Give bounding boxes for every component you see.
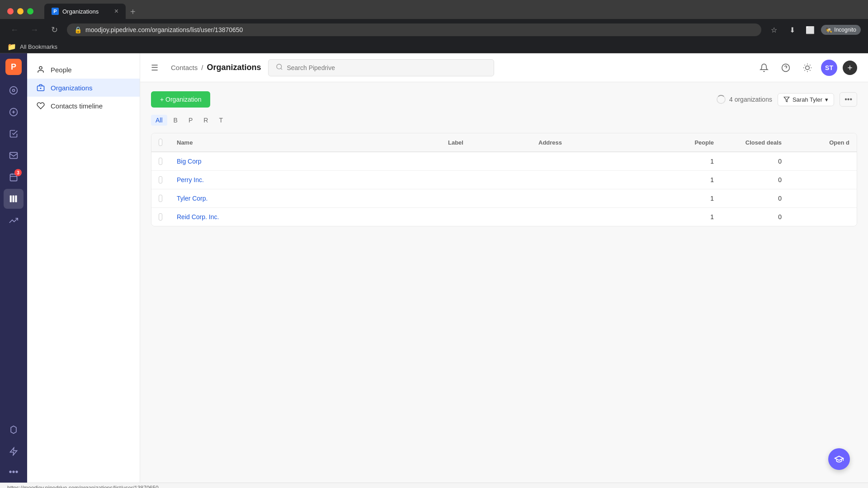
search-input[interactable]: [287, 64, 486, 71]
svg-marker-10: [11, 426, 16, 434]
extensions-button[interactable]: ⬜: [803, 23, 817, 37]
svg-point-12: [39, 66, 42, 69]
sidebar-icon-contacts[interactable]: [4, 189, 24, 209]
org-name-link[interactable]: Tyler Corp.: [177, 195, 208, 202]
table-row: Tyler Corp. 1 0: [151, 189, 857, 208]
name-column-header[interactable]: Name: [170, 133, 441, 151]
org-name-link[interactable]: Perry Inc.: [177, 176, 204, 183]
row-0-open-deals: [789, 152, 857, 170]
status-url: https://moodjoy.pipedrive.com/organizati…: [7, 485, 159, 488]
search-box[interactable]: [268, 59, 494, 76]
row-2-open-deals: [789, 189, 857, 207]
row-1-address: [531, 171, 667, 189]
svg-line-23: [810, 70, 810, 70]
breadcrumb: Contacts / Organizations: [171, 63, 261, 72]
row-3-address: [531, 208, 667, 226]
row-2-checkbox[interactable]: [159, 195, 162, 202]
sidebar-more-button[interactable]: •••: [9, 467, 18, 477]
back-button[interactable]: ←: [7, 23, 22, 37]
sidebar-icon-analytics[interactable]: [4, 211, 24, 230]
calendar-badge: 3: [14, 169, 22, 176]
address-bar[interactable]: 🔒 moodjoy.pipedrive.com/organizations/li…: [67, 23, 761, 36]
search-container: [268, 59, 494, 76]
help-button[interactable]: [778, 60, 794, 76]
nav-item-contacts-timeline[interactable]: Contacts timeline: [27, 97, 140, 115]
maximize-button[interactable]: [27, 8, 33, 14]
more-options-button[interactable]: •••: [840, 92, 857, 107]
row-2-address: [531, 189, 667, 207]
bookmark-button[interactable]: ☆: [767, 23, 781, 37]
sidebar-icon-calendar[interactable]: 3: [4, 167, 24, 187]
row-0-name: Big Corp: [170, 152, 441, 170]
sidebar-icon-integrations[interactable]: [4, 420, 24, 440]
filter-all[interactable]: All: [151, 115, 167, 126]
theme-button[interactable]: [799, 60, 816, 76]
incognito-badge[interactable]: 🕵 Incognito: [821, 25, 861, 35]
add-organization-button[interactable]: + Organization: [151, 91, 210, 108]
window-spacer2: [844, 8, 851, 14]
sidebar-icon-deals[interactable]: [4, 102, 24, 122]
search-icon: [276, 63, 283, 72]
icon-sidebar: P 3 •••: [0, 53, 27, 483]
filter-p[interactable]: P: [184, 115, 197, 126]
bookmarks-icon: 📁: [7, 42, 16, 51]
nav-item-people[interactable]: People: [27, 61, 140, 79]
svg-rect-9: [15, 196, 17, 202]
window-spacer: [835, 8, 841, 14]
minimize-button[interactable]: [17, 8, 24, 14]
incognito-icon: 🕵: [826, 27, 832, 33]
nav-item-organizations[interactable]: Organizations: [27, 79, 140, 97]
row-1-checkbox-cell[interactable]: [151, 171, 170, 189]
svg-rect-7: [10, 196, 12, 202]
organizations-table: Name Label Address People Closed deals: [151, 133, 857, 226]
help-fab-button[interactable]: [828, 448, 850, 470]
nav-sidebar: People Organizations Contacts timeline: [27, 53, 140, 483]
row-2-checkbox-cell[interactable]: [151, 189, 170, 207]
sidebar-icon-activities[interactable]: [4, 124, 24, 144]
bookmarks-label[interactable]: All Bookmarks: [20, 43, 57, 50]
people-column-header[interactable]: People: [667, 133, 721, 151]
owner-filter-button[interactable]: Sarah Tyler ▾: [778, 93, 834, 106]
content-area: + Organization 4 organizations Sarah Tyl…: [140, 82, 868, 483]
org-name-link[interactable]: Big Corp: [177, 158, 201, 165]
row-3-label: [441, 208, 531, 226]
menu-toggle-button[interactable]: ☰: [151, 63, 158, 73]
reload-button[interactable]: ↻: [47, 23, 61, 37]
row-0-checkbox-cell[interactable]: [151, 152, 170, 170]
new-tab-button[interactable]: +: [127, 5, 139, 19]
select-all-checkbox[interactable]: [159, 139, 162, 146]
sidebar-icon-mail[interactable]: [4, 145, 24, 165]
closed-deals-column-header[interactable]: Closed deals: [721, 133, 789, 151]
filter-t[interactable]: T: [214, 115, 227, 126]
filter-icon: [783, 96, 790, 103]
address-column-header[interactable]: Address: [531, 133, 667, 151]
user-avatar[interactable]: ST: [821, 60, 837, 76]
breadcrumb-parent[interactable]: Contacts: [171, 64, 198, 71]
sidebar-icon-home[interactable]: [4, 80, 24, 100]
row-1-checkbox[interactable]: [159, 176, 162, 183]
filter-r[interactable]: R: [199, 115, 212, 126]
active-tab[interactable]: P Organizations ×: [44, 4, 126, 19]
org-name-link[interactable]: Reid Corp. Inc.: [177, 213, 219, 221]
svg-line-26: [805, 70, 805, 70]
header-right: 4 organizations Sarah Tyler ▾ •••: [717, 92, 857, 107]
open-deals-column-header[interactable]: Open d: [789, 133, 857, 151]
download-button[interactable]: ⬇: [785, 23, 799, 37]
forward-button[interactable]: →: [27, 23, 42, 37]
row-3-open-deals: [789, 208, 857, 226]
row-3-checkbox-cell[interactable]: [151, 208, 170, 226]
notifications-button[interactable]: [756, 60, 772, 76]
select-all-header[interactable]: [151, 133, 170, 151]
row-3-checkbox[interactable]: [159, 213, 162, 221]
close-button[interactable]: [7, 8, 14, 14]
add-button[interactable]: [843, 61, 857, 75]
row-0-checkbox[interactable]: [159, 158, 162, 165]
label-column-header[interactable]: Label: [441, 133, 531, 151]
row-0-people: 1: [667, 152, 721, 170]
sidebar-icon-automation[interactable]: [4, 441, 24, 461]
tab-close-button[interactable]: ×: [114, 7, 118, 15]
pipedrive-logo[interactable]: P: [5, 59, 22, 75]
filter-b[interactable]: B: [169, 115, 182, 126]
alpha-filter: All B P R T: [151, 115, 857, 126]
org-count-container: 4 organizations: [717, 95, 772, 104]
